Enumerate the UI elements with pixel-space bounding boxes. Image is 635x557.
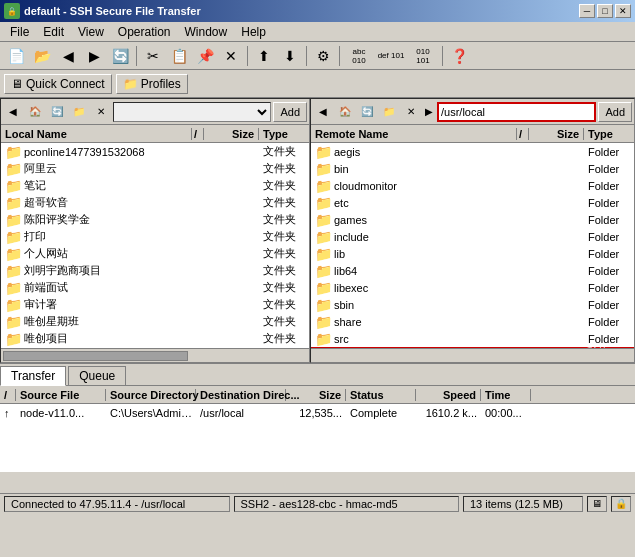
- remote-file-list: 📁aegis Folder 📁bin Folder 📁cloudmonitor …: [311, 143, 634, 348]
- local-file-list: 📁pconline1477391532068 文件夹 📁阿里云 文件夹 📁笔记 …: [1, 143, 309, 348]
- main-area: ◀ 🏠 🔄 📁 ✕ Add Local Name / Size Type 📁pc…: [0, 98, 635, 363]
- local-col-name: Local Name: [1, 128, 192, 140]
- quick-connect-button[interactable]: 🖥 Quick Connect: [4, 74, 112, 94]
- local-file-row[interactable]: 📁阿里云 文件夹: [1, 160, 309, 177]
- local-file-row[interactable]: 📁审计署 文件夹: [1, 296, 309, 313]
- local-file-row[interactable]: 📁陈阳评奖学金 文件夹: [1, 211, 309, 228]
- remote-tb-delete[interactable]: ✕: [401, 102, 421, 122]
- local-col-slash: /: [192, 128, 204, 140]
- quick-connect-label: Quick Connect: [26, 77, 105, 91]
- tb-new-button[interactable]: 📄: [4, 45, 28, 67]
- menu-file[interactable]: File: [4, 23, 35, 41]
- remote-file-row[interactable]: 📁games Folder: [311, 211, 634, 228]
- remote-scrollbar-h[interactable]: [311, 348, 634, 362]
- close-button[interactable]: ✕: [615, 4, 631, 18]
- local-file-row[interactable]: 📁超哥软音 文件夹: [1, 194, 309, 211]
- profiles-button[interactable]: 📁 Profiles: [116, 74, 188, 94]
- tb-def-button[interactable]: def 101: [376, 45, 406, 67]
- remote-tb-home[interactable]: 🏠: [335, 102, 355, 122]
- menu-operation[interactable]: Operation: [112, 23, 177, 41]
- tb-download-button[interactable]: ⬇: [278, 45, 302, 67]
- remote-file-row[interactable]: 📁include Folder: [311, 228, 634, 245]
- local-file-row[interactable]: 📁唯创项目 文件夹: [1, 330, 309, 347]
- status-connection: Connected to 47.95.11.4 - /usr/local: [4, 496, 230, 512]
- local-tb-home[interactable]: 🏠: [25, 102, 45, 122]
- remote-tb-newfolder[interactable]: 📁: [379, 102, 399, 122]
- menu-view[interactable]: View: [72, 23, 110, 41]
- toolbar-separator-5: [442, 46, 443, 66]
- local-file-row[interactable]: 📁唯创星期班 文件夹: [1, 313, 309, 330]
- tab-queue[interactable]: Queue: [68, 366, 126, 385]
- local-tb-back[interactable]: ◀: [3, 102, 23, 122]
- remote-file-row[interactable]: 📁etc Folder: [311, 194, 634, 211]
- toolbar-separator-4: [339, 46, 340, 66]
- local-file-row[interactable]: 📁pconline1477391532068 文件夹: [1, 143, 309, 160]
- remote-add-button[interactable]: Add: [598, 102, 632, 122]
- menu-help[interactable]: Help: [235, 23, 272, 41]
- tb-refresh-button[interactable]: 🔄: [108, 45, 132, 67]
- remote-tb-back[interactable]: ◀: [313, 102, 333, 122]
- local-file-row[interactable]: 📁刘明宇跑商项目 文件夹: [1, 262, 309, 279]
- remote-col-type: Type: [584, 128, 634, 140]
- remote-file-row[interactable]: 📁aegis Folder: [311, 143, 634, 160]
- menu-bar: File Edit View Operation Window Help: [0, 22, 635, 42]
- menu-edit[interactable]: Edit: [37, 23, 70, 41]
- tb-open-button[interactable]: 📂: [30, 45, 54, 67]
- remote-path-input[interactable]: [437, 102, 596, 122]
- local-file-row[interactable]: 📁笔记 文件夹: [1, 177, 309, 194]
- local-list-header: Local Name / Size Type: [1, 125, 309, 143]
- remote-file-row[interactable]: 📁bin Folder: [311, 160, 634, 177]
- quickconnect-bar: 🖥 Quick Connect 📁 Profiles: [0, 70, 635, 98]
- tab-transfer[interactable]: Transfer: [0, 366, 66, 386]
- local-path-dropdown[interactable]: [113, 102, 271, 122]
- transfer-list-header: / Source File Source Directory Destinati…: [0, 386, 635, 404]
- tb-help-button[interactable]: ❓: [447, 45, 471, 67]
- remote-tb-refresh[interactable]: 🔄: [357, 102, 377, 122]
- local-file-row[interactable]: 📁前端面试 文件夹: [1, 279, 309, 296]
- tb-cut-button[interactable]: ✂: [141, 45, 165, 67]
- th-dest-dir: Destination Direc...: [196, 389, 286, 401]
- transfer-row[interactable]: ↑ node-v11.0... C:\Users\Admini... /usr/…: [0, 404, 635, 422]
- tb-forward-button[interactable]: ▶: [82, 45, 106, 67]
- local-file-row[interactable]: 📁个人网站 文件夹: [1, 245, 309, 262]
- tb-back-button[interactable]: ◀: [56, 45, 80, 67]
- app-icon: 🔒: [4, 3, 20, 19]
- remote-file-row[interactable]: 📁lib64 Folder: [311, 262, 634, 279]
- th-size: Size: [286, 389, 346, 401]
- status-items: 13 items (12.5 MB): [463, 496, 583, 512]
- window-controls[interactable]: ─ □ ✕: [579, 4, 631, 18]
- tb-settings-button[interactable]: ⚙: [311, 45, 335, 67]
- th-source-file: Source File: [16, 389, 106, 401]
- local-col-type: Type: [259, 128, 309, 140]
- menu-window[interactable]: Window: [179, 23, 234, 41]
- tb-upload-button[interactable]: ⬆: [252, 45, 276, 67]
- local-tb-refresh[interactable]: 🔄: [47, 102, 67, 122]
- remote-file-row[interactable]: 📁sbin Folder: [311, 296, 634, 313]
- tb-copy-button[interactable]: 📋: [167, 45, 191, 67]
- remote-file-row[interactable]: 📁share Folder: [311, 313, 634, 330]
- remote-file-row[interactable]: 📁libexec Folder: [311, 279, 634, 296]
- local-tb-delete[interactable]: ✕: [91, 102, 111, 122]
- local-add-button[interactable]: Add: [273, 102, 307, 122]
- transfer-tabs: Transfer Queue: [0, 364, 635, 386]
- remote-file-row[interactable]: 📁cloudmonitor Folder: [311, 177, 634, 194]
- transfer-area: Transfer Queue / Source File Source Dire…: [0, 363, 635, 493]
- toolbar: 📄 📂 ◀ ▶ 🔄 ✂ 📋 📌 ✕ ⬆ ⬇ ⚙ abc 010 def 101 …: [0, 42, 635, 70]
- local-file-row[interactable]: 📁打印 文件夹: [1, 228, 309, 245]
- tb-paste-button[interactable]: 📌: [193, 45, 217, 67]
- maximize-button[interactable]: □: [597, 4, 613, 18]
- status-bar: Connected to 47.95.11.4 - /usr/local SSH…: [0, 493, 635, 513]
- profiles-label: Profiles: [141, 77, 181, 91]
- toolbar-separator-2: [247, 46, 248, 66]
- remote-file-row[interactable]: 📁lib Folder: [311, 245, 634, 262]
- minimize-button[interactable]: ─: [579, 4, 595, 18]
- tb-delete-button[interactable]: ✕: [219, 45, 243, 67]
- remote-panel: ◀ 🏠 🔄 📁 ✕ ▶ Add Remote Name / Size Type …: [310, 98, 635, 363]
- local-tb-newfolder[interactable]: 📁: [69, 102, 89, 122]
- tb-abc-button[interactable]: abc 010: [344, 45, 374, 67]
- window-title: default - SSH Secure File Transfer: [24, 5, 201, 17]
- remote-col-slash: /: [517, 128, 529, 140]
- th-speed: Speed: [416, 389, 481, 401]
- tb-101-button[interactable]: 010101: [408, 45, 438, 67]
- local-scrollbar-h[interactable]: [1, 348, 309, 362]
